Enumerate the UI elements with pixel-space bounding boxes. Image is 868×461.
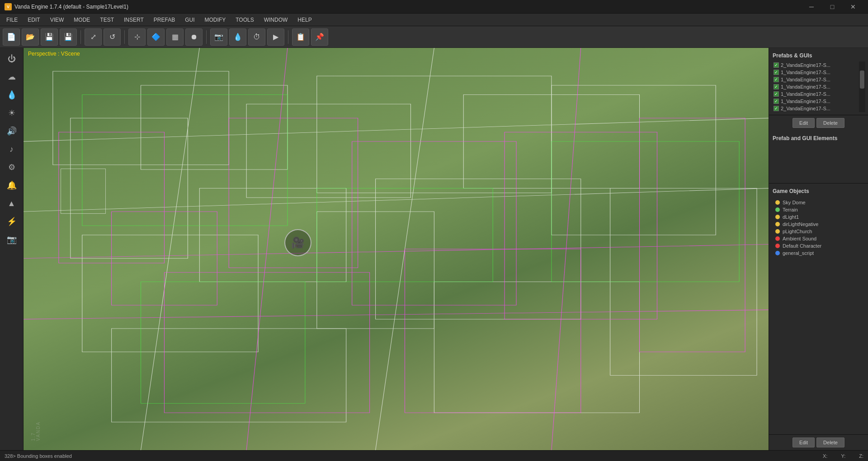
- main-area: ⏻☁💧☀🔊♪⚙🔔▲⚡📷 Perspective : VScene: [0, 48, 868, 450]
- lightning-icon[interactable]: ⚡: [4, 213, 20, 230]
- menu-item-file[interactable]: FILE: [2, 15, 22, 25]
- prefab-gui-elements-title: Prefab and GUI Elements: [772, 133, 865, 144]
- maximize-button[interactable]: □: [822, 0, 843, 14]
- prefab-item-6[interactable]: ✓2_VandaEngine17-S...: [772, 105, 859, 112]
- toolbar-button-play[interactable]: ▶: [267, 28, 284, 46]
- close-button[interactable]: ✕: [843, 0, 863, 14]
- vanda-watermark: 1.7 VANDA: [31, 421, 41, 441]
- camera-widget[interactable]: 🎥: [284, 229, 311, 256]
- prefab-item-4[interactable]: ✓1_VandaEngine17-S...: [772, 90, 859, 98]
- toolbar-button-open[interactable]: 📂: [22, 28, 39, 46]
- prefab-item-5[interactable]: ✓1_VandaEngine17-S...: [772, 98, 859, 105]
- sound-icon[interactable]: 🔊: [4, 123, 20, 139]
- game-object-item-2[interactable]: dLight1: [774, 213, 863, 221]
- z-coord-label: Z:: [859, 453, 863, 459]
- toolbar-button-select[interactable]: ⊹: [128, 28, 146, 46]
- toolbar-button-save-as[interactable]: 💾: [60, 28, 77, 46]
- light-widget: [61, 169, 106, 214]
- menu-item-window[interactable]: WINDOW: [259, 15, 292, 25]
- terrain-icon[interactable]: ▲: [4, 195, 20, 212]
- toolbar-button-new[interactable]: 📄: [3, 28, 20, 46]
- game-object-label-3: dirLightNegative: [783, 221, 819, 227]
- game-object-item-6[interactable]: Default Character: [774, 242, 863, 249]
- go-delete-button[interactable]: Delete: [816, 437, 844, 447]
- prefab-item-1[interactable]: ✓1_VandaEngine17-S...: [772, 69, 859, 76]
- power-icon[interactable]: ⏻: [4, 51, 20, 67]
- sun-icon[interactable]: ☀: [4, 105, 20, 121]
- menu-item-help[interactable]: HELP: [293, 15, 316, 25]
- menu-item-gui[interactable]: GUI: [180, 15, 199, 25]
- prefab-label-6: 2_VandaEngine17-S...: [781, 106, 830, 111]
- settings-icon[interactable]: ⚙: [4, 159, 20, 175]
- bell-icon[interactable]: 🔔: [4, 177, 20, 193]
- prefab-item-3[interactable]: ✓1_VandaEngine17-S...: [772, 83, 859, 90]
- toolbar-button-shape[interactable]: 🔷: [147, 28, 165, 46]
- game-object-dot-7: [775, 251, 780, 255]
- prefab-checkbox-3[interactable]: ✓: [774, 84, 779, 89]
- toolbar-button-import[interactable]: ⤢: [85, 28, 102, 46]
- prefab-checkbox-0[interactable]: ✓: [774, 62, 779, 68]
- game-object-label-7: general_script: [783, 250, 814, 256]
- menu-item-modify[interactable]: MODIFY: [200, 15, 231, 25]
- water-icon[interactable]: 💧: [4, 87, 20, 103]
- toolbar-button-paste[interactable]: 📌: [311, 28, 328, 46]
- go-edit-button[interactable]: Edit: [793, 437, 815, 447]
- scroll-thumb[interactable]: [860, 71, 864, 89]
- toolbar-button-save[interactable]: 💾: [41, 28, 58, 46]
- toolbar-button-water[interactable]: 💧: [229, 28, 246, 46]
- game-object-item-3[interactable]: dirLightNegative: [774, 221, 863, 228]
- prefab-list[interactable]: ✓2_VandaEngine17-S...✓1_VandaEngine17-S.…: [772, 61, 859, 112]
- game-object-dot-1: [775, 207, 780, 212]
- statusbar: 328> Bounding boxes enabled X: Y: Z:: [0, 450, 868, 461]
- toolbar-button-copy[interactable]: 📋: [292, 28, 309, 46]
- toolbar-button-record[interactable]: ⏺: [185, 28, 203, 46]
- camera-icon: 🎥: [291, 236, 305, 249]
- toolbar-button-timer[interactable]: ⏱: [248, 28, 265, 46]
- prefabs-and-scroll: ✓2_VandaEngine17-S...✓1_VandaEngine17-S.…: [772, 61, 865, 112]
- prefab-label-1: 1_VandaEngine17-S...: [781, 70, 830, 75]
- menu-item-test[interactable]: TEST: [95, 15, 118, 25]
- minimize-button[interactable]: ─: [801, 0, 822, 14]
- prefab-checkbox-4[interactable]: ✓: [774, 91, 779, 97]
- status-message: 328> Bounding boxes enabled: [5, 453, 72, 459]
- menu-item-tools[interactable]: TOOLS: [231, 15, 258, 25]
- toolbar-button-grid[interactable]: ▦: [166, 28, 184, 46]
- prefab-label-5: 1_VandaEngine17-S...: [781, 99, 830, 104]
- game-objects-list: Sky DomeTerraindLight1dirLightNegativepL…: [772, 197, 865, 259]
- game-object-dot-0: [775, 200, 780, 205]
- prefabs-main: ✓2_VandaEngine17-S...✓1_VandaEngine17-S.…: [772, 61, 859, 112]
- game-object-item-7[interactable]: general_script: [774, 249, 863, 257]
- prefab-checkbox-6[interactable]: ✓: [774, 106, 779, 111]
- camera-icon[interactable]: 📷: [4, 231, 20, 248]
- menu-item-insert[interactable]: INSERT: [119, 15, 148, 25]
- right-panel: Prefabs & GUIs ✓2_VandaEngine17-S...✓1_V…: [769, 48, 868, 450]
- game-object-dot-5: [775, 236, 780, 241]
- menu-item-edit[interactable]: EDIT: [23, 15, 44, 25]
- prefab-item-0[interactable]: ✓2_VandaEngine17-S...: [772, 61, 859, 69]
- cloud-icon[interactable]: ☁: [4, 69, 20, 85]
- viewport-label: Perspective : VScene: [28, 51, 80, 57]
- prefab-checkbox-5[interactable]: ✓: [774, 99, 779, 104]
- menu-item-view[interactable]: VIEW: [46, 15, 69, 25]
- game-object-label-4: pLightChurch: [783, 229, 812, 234]
- game-object-item-4[interactable]: pLightChurch: [774, 228, 863, 235]
- toolbar-button-undo[interactable]: ↺: [104, 28, 121, 46]
- prefab-item-2[interactable]: ✓1_VandaEngine17-S...: [772, 76, 859, 83]
- game-object-item-1[interactable]: Terrain: [774, 206, 863, 213]
- music-icon[interactable]: ♪: [4, 141, 20, 157]
- prefab-delete-button[interactable]: Delete: [816, 118, 844, 128]
- toolbar-button-screenshot[interactable]: 📷: [210, 28, 227, 46]
- menu-item-mode[interactable]: MODE: [69, 15, 94, 25]
- prefabs-scrollbar[interactable]: [859, 61, 865, 112]
- menu-item-prefab[interactable]: PREFAB: [149, 15, 179, 25]
- game-object-item-0[interactable]: Sky Dome: [774, 199, 863, 206]
- viewport-canvas[interactable]: 🎥: [24, 48, 769, 450]
- prefab-edit-button[interactable]: Edit: [793, 118, 815, 128]
- app-icon: V: [5, 3, 12, 10]
- viewport[interactable]: Perspective : VScene: [24, 48, 769, 450]
- prefab-checkbox-2[interactable]: ✓: [774, 77, 779, 82]
- toolbar-separator-6: [124, 30, 125, 44]
- prefab-label-3: 1_VandaEngine17-S...: [781, 84, 830, 89]
- prefab-checkbox-1[interactable]: ✓: [774, 70, 779, 75]
- game-object-item-5[interactable]: Ambient Sound: [774, 235, 863, 242]
